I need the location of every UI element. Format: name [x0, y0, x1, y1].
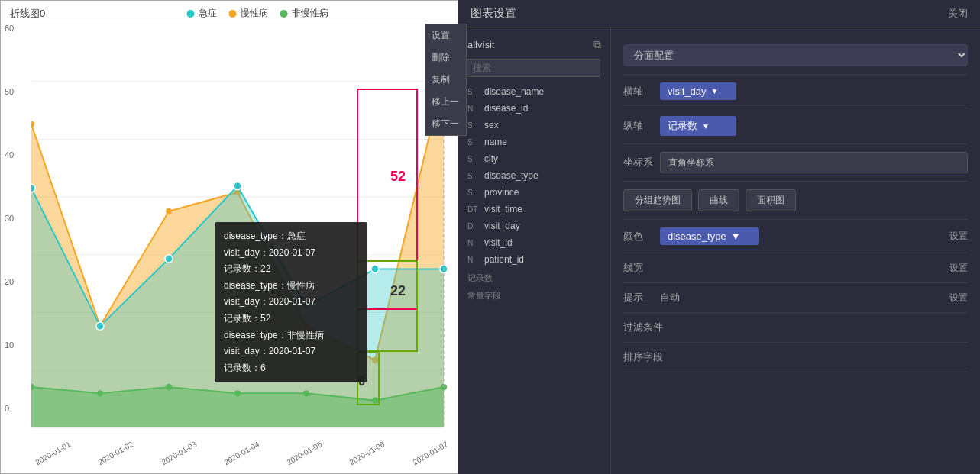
context-menu-item-delete[interactable]: 删除 — [425, 47, 466, 69]
x-axis-select[interactable]: visit_day ▼ — [660, 82, 736, 100]
legend-label-chronic: 慢性病 — [241, 7, 268, 20]
svg-point-29 — [303, 390, 309, 396]
legend-dot-acute — [187, 10, 195, 18]
linewidth-row: 线宽 设置 — [623, 253, 968, 283]
label-52: 52 — [390, 169, 406, 185]
field-type: S — [467, 189, 480, 197]
chart-type-grouped[interactable]: 分组趋势图 — [623, 189, 692, 211]
y-axis-label: 纵轴 — [623, 119, 654, 133]
panel-header: 图表设置 关闭 — [458, 0, 980, 27]
x-axis-row: 横轴 visit_day ▼ — [623, 75, 968, 108]
color-select[interactable]: disease_type ▼ — [660, 227, 759, 245]
filter-row: 过滤条件 — [623, 313, 968, 343]
color-value: disease_type — [668, 231, 726, 242]
svg-point-17 — [31, 185, 35, 192]
search-input[interactable] — [466, 59, 600, 77]
tooltip-line-8: 记录数：6 — [224, 360, 358, 377]
label-22: 22 — [390, 283, 406, 299]
panel-title: 图表设置 — [471, 6, 516, 21]
linewidth-label: 线宽 — [623, 261, 654, 275]
hint-value: 自动 — [660, 291, 943, 305]
tooltip-line-0: disease_type：急症 — [224, 228, 358, 245]
list-item[interactable]: S sex — [458, 117, 610, 134]
field-type: S — [467, 138, 480, 147]
svg-point-22 — [371, 265, 379, 272]
close-button[interactable]: 关闭 — [948, 7, 968, 21]
field-name: visit_id — [484, 237, 601, 248]
chart-container: 折线图0 急症 慢性病 非慢性病 60 50 40 30 20 10 0 — [0, 0, 458, 474]
context-menu-item-move-up[interactable]: 移上一 — [425, 91, 466, 113]
tooltip-line-4: visit_day：2020-01-07 — [224, 294, 358, 311]
dataset-name: allvisit — [467, 39, 494, 50]
y-axis-row: 纵轴 记录数 ▼ — [623, 108, 968, 144]
data-panel: allvisit ⧉ S disease_name N disease_id S… — [458, 27, 611, 474]
list-item[interactable]: DT visit_time — [458, 201, 610, 218]
coord-input[interactable] — [660, 152, 968, 173]
constant-section: 常量字段 — [458, 285, 610, 303]
legend-label-acute: 急症 — [199, 7, 217, 20]
chart-type-curve[interactable]: 曲线 — [698, 189, 739, 211]
field-type: D — [467, 222, 480, 231]
svg-point-20 — [234, 182, 241, 189]
list-item[interactable]: S disease_name — [458, 83, 610, 100]
svg-point-19 — [165, 255, 173, 263]
list-item[interactable]: N visit_id — [458, 234, 610, 251]
y-axis-arrow: ▼ — [702, 122, 710, 131]
svg-point-26 — [97, 390, 103, 396]
y-axis-labels: 60 50 40 30 20 10 0 — [5, 24, 14, 413]
field-name: name — [484, 137, 601, 147]
chart-type-buttons: 分组趋势图 曲线 面积图 — [623, 189, 968, 211]
tooltip-line-2: 记录数：22 — [224, 261, 358, 278]
field-type: DT — [467, 205, 480, 214]
y-axis-value: 记录数 — [668, 119, 697, 133]
svg-point-18 — [96, 322, 104, 330]
coord-label: 坐标系 — [623, 156, 654, 169]
field-name: province — [484, 187, 601, 198]
color-settings-btn[interactable]: 设置 — [949, 230, 968, 243]
field-type: N — [467, 105, 480, 113]
field-type: S — [467, 88, 480, 96]
field-name: sex — [484, 120, 601, 131]
chart-type-area[interactable]: 面积图 — [746, 189, 796, 211]
field-name: city — [484, 153, 601, 164]
tooltip-line-1: visit_day：2020-01-07 — [224, 245, 358, 262]
list-item[interactable]: N patient_id — [458, 251, 610, 268]
legend-dot-nonchronic — [280, 10, 288, 18]
chart-legend: 急症 慢性病 非慢性病 — [187, 7, 328, 20]
facet-select[interactable]: 分面配置 — [623, 44, 968, 66]
svg-point-27 — [166, 384, 172, 390]
svg-point-9 — [31, 121, 34, 127]
field-type: S — [467, 172, 480, 180]
svg-point-11 — [166, 208, 172, 214]
list-item[interactable]: S city — [458, 150, 610, 167]
context-menu-item-copy[interactable]: 复制 — [425, 69, 466, 91]
context-menu-item-settings[interactable]: 设置 — [425, 24, 466, 47]
hint-settings-btn[interactable]: 设置 — [949, 292, 968, 305]
list-item[interactable]: S disease_type — [458, 167, 610, 184]
field-name: visit_day — [484, 221, 601, 231]
hint-row: 提示 自动 设置 — [623, 283, 968, 313]
list-item[interactable]: D visit_day — [458, 218, 610, 234]
right-panel: 图表设置 关闭 allvisit ⧉ S disease_name N dise… — [458, 0, 980, 474]
field-name: patient_id — [484, 254, 601, 265]
coord-row: 坐标系 — [623, 144, 968, 182]
context-menu: 设置 删除 复制 移上一 移下一 — [425, 24, 467, 136]
x-axis-arrow: ▼ — [711, 87, 719, 95]
tooltip-line-3: disease_type：慢性病 — [224, 278, 358, 295]
sort-row: 排序字段 — [623, 343, 968, 372]
y-axis-select[interactable]: 记录数 ▼ — [660, 116, 736, 136]
x-axis-labels: 2020-01-01 2020-01-02 2020-01-03 2020-01… — [31, 450, 448, 458]
list-item[interactable]: S province — [458, 184, 610, 201]
tooltip-line-5: 记录数：52 — [224, 311, 358, 327]
panel-content: allvisit ⧉ S disease_name N disease_id S… — [458, 27, 980, 474]
linewidth-settings-btn[interactable]: 设置 — [949, 262, 968, 275]
list-item[interactable]: N disease_id — [458, 100, 610, 117]
context-menu-item-move-down[interactable]: 移下一 — [425, 113, 466, 135]
color-arrow: ▼ — [731, 231, 741, 242]
legend-label-nonchronic: 非慢性病 — [292, 7, 328, 20]
field-list: S disease_name N disease_id S sex S name… — [458, 80, 610, 468]
list-item[interactable]: S name — [458, 134, 610, 150]
copy-icon[interactable]: ⧉ — [593, 38, 601, 51]
hint-label: 提示 — [623, 291, 654, 305]
field-type: N — [467, 256, 480, 264]
